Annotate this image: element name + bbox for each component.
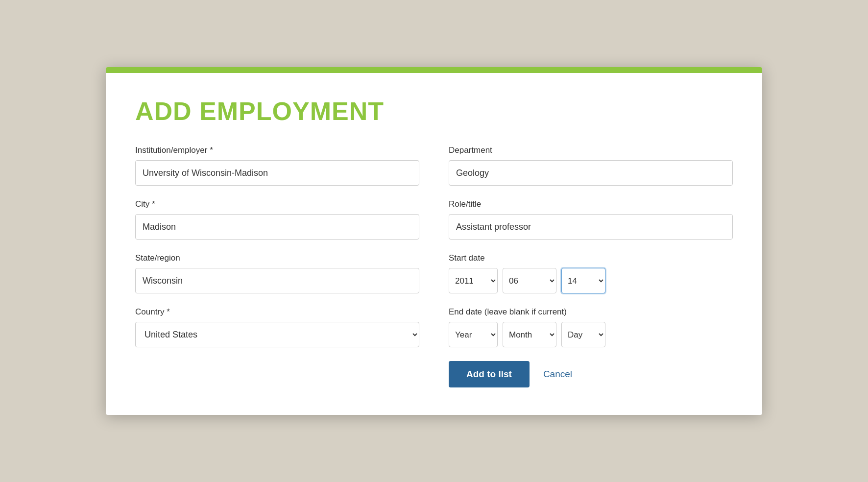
end-year-select[interactable]: Year — [449, 322, 498, 347]
start-month-select[interactable]: 06 01 12 — [503, 268, 556, 293]
department-input[interactable] — [449, 160, 733, 186]
start-date-selects: 2011 2010 2012 06 01 12 14 1 15 — [449, 268, 733, 293]
role-label: Role/title — [449, 199, 733, 209]
form-grid: Institution/employer * City * State/regi… — [135, 145, 733, 387]
start-date-group: Start date 2011 2010 2012 06 01 12 — [449, 253, 733, 293]
left-column: Institution/employer * City * State/regi… — [135, 145, 419, 387]
cancel-button[interactable]: Cancel — [543, 369, 572, 380]
city-group: City * — [135, 199, 419, 240]
modal-body: ADD EMPLOYMENT Institution/employer * Ci… — [106, 73, 762, 415]
city-label: City * — [135, 199, 419, 209]
state-input[interactable] — [135, 268, 419, 293]
start-year-select[interactable]: 2011 2010 2012 — [449, 268, 498, 293]
modal-container: ADD EMPLOYMENT Institution/employer * Ci… — [106, 67, 762, 415]
department-group: Department — [449, 145, 733, 186]
role-group: Role/title — [449, 199, 733, 240]
institution-group: Institution/employer * — [135, 145, 419, 186]
actions-row: Add to list Cancel — [449, 361, 733, 387]
end-date-selects: Year Month Day — [449, 322, 733, 347]
state-group: State/region — [135, 253, 419, 293]
modal-top-accent-bar — [106, 67, 762, 73]
country-label: Country * — [135, 307, 419, 317]
state-label: State/region — [135, 253, 419, 263]
country-select[interactable]: United States United Kingdom Canada Aust… — [135, 322, 419, 347]
role-input[interactable] — [449, 214, 733, 240]
city-input[interactable] — [135, 214, 419, 240]
end-day-select[interactable]: Day — [561, 322, 605, 347]
right-column: Department Role/title Start date 2011 20… — [449, 145, 733, 387]
start-day-select[interactable]: 14 1 15 — [561, 268, 605, 293]
end-date-group: End date (leave blank if current) Year M… — [449, 307, 733, 347]
department-label: Department — [449, 145, 733, 155]
end-month-select[interactable]: Month — [503, 322, 556, 347]
institution-label: Institution/employer * — [135, 145, 419, 155]
country-group: Country * United States United Kingdom C… — [135, 307, 419, 347]
institution-input[interactable] — [135, 160, 419, 186]
add-to-list-button[interactable]: Add to list — [449, 361, 530, 387]
modal-title: ADD EMPLOYMENT — [135, 96, 733, 126]
end-date-label: End date (leave blank if current) — [449, 307, 733, 317]
start-date-label: Start date — [449, 253, 733, 263]
